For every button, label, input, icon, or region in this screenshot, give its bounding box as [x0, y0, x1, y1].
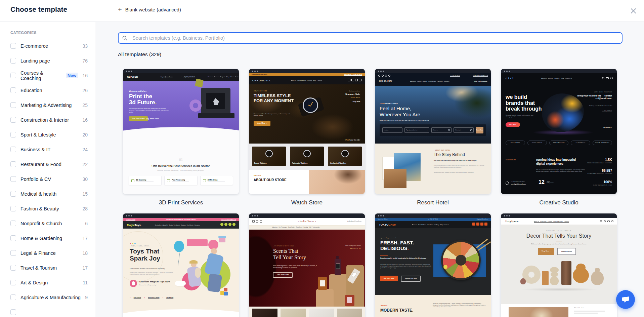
text-caret	[130, 35, 130, 41]
template-card-resort-hotel[interactable]: +1 (234) 567 89 00 ISLADIMARE@EMAIL.COM …	[375, 69, 491, 194]
category-tile: Mechanical Watches	[328, 147, 362, 166]
calendar-icon	[470, 129, 472, 131]
sidebar-item-agriculture[interactable]: Agriculture & Manufacturing9	[10, 294, 88, 300]
facebook-icon	[600, 220, 602, 222]
balloon	[174, 241, 184, 252]
checkbox[interactable]	[10, 58, 16, 64]
featured-items-button: Featured Items	[557, 248, 576, 255]
plus-icon: +	[118, 6, 122, 13]
checkin-field: Check in	[431, 127, 452, 133]
round-vase	[591, 271, 604, 285]
checkbox[interactable]	[10, 309, 16, 315]
template-title: Resort Hotel	[375, 194, 491, 213]
sidebar-item-art-design[interactable]: Art & Design11	[10, 280, 88, 285]
checkbox[interactable]	[10, 280, 16, 285]
templates-panel: Search templates (e.g. Business, Portfol…	[96, 22, 644, 317]
checkbox[interactable]	[10, 265, 16, 271]
template-card-watch-store[interactable]: FREE SHIPPING FROM $20 NEED HELP: +1 (23…	[249, 69, 365, 194]
sidebar-item-nonprofit[interactable]: Nonprofit & Church6	[10, 221, 88, 226]
categories-sidebar: CATEGORIES E-commerce33 Landing page76 C…	[0, 22, 95, 317]
sidebar-item-portfolio[interactable]: Portfolio & CV30	[10, 176, 88, 182]
learn-more-button: Learn More →	[254, 121, 270, 126]
checkbox[interactable]	[10, 147, 16, 152]
browser-bar	[249, 69, 365, 73]
blank-website-button[interactable]: + Blank website (advanced)	[118, 7, 181, 13]
wood-cylinder	[561, 261, 571, 285]
checkbox[interactable]	[10, 43, 16, 49]
checkbox[interactable]	[10, 117, 16, 123]
template-card-jardin-obscur[interactable]: - Jardin Obscur - jardinobscur@email.com…	[249, 213, 365, 317]
torus-shape	[189, 100, 202, 112]
sidebar-item-landing-page[interactable]: Landing page76	[10, 58, 88, 64]
globe-icon	[506, 182, 509, 185]
sidebar-item-fashion[interactable]: Fashion & Beauty28	[10, 206, 88, 211]
sidebar-item-courses-coaching[interactable]: Courses & CoachingNew16	[10, 73, 88, 78]
sidebar-item-sport[interactable]: Sport & Lifestyle20	[10, 132, 88, 137]
checkbox[interactable]	[10, 87, 16, 93]
shop-now-button: Shop Now →	[538, 248, 554, 255]
checkbox[interactable]	[10, 221, 16, 226]
checkbox[interactable]	[10, 102, 16, 108]
checkbox[interactable]	[10, 191, 16, 197]
facebook-icon	[348, 79, 350, 81]
chat-bubble-icon	[621, 295, 630, 304]
template-card-cozyspace[interactable]: CozySpace About us Inspiration Catalog N…	[501, 213, 617, 317]
sidebar-item-medical[interactable]: Medical & health15	[10, 191, 88, 197]
youtube-icon	[606, 77, 609, 79]
lemon-slice	[443, 265, 447, 269]
youtube-icon	[480, 223, 483, 226]
sidebar-item-restaurant[interactable]: Restaurant & Food22	[10, 161, 88, 167]
checkbox[interactable]	[10, 206, 16, 211]
pill-tag: DIGITAL MARKETING	[593, 141, 612, 145]
chat-widget-button[interactable]	[616, 290, 635, 309]
twitter-icon	[359, 79, 361, 81]
blank-website-label: Blank website (advanced)	[125, 7, 181, 12]
sidebar-item-marketing[interactable]: Marketing & Advertising25	[10, 102, 88, 108]
checkbox[interactable]	[10, 250, 16, 256]
post-processing-icon	[167, 179, 170, 182]
checkbox[interactable]	[10, 176, 16, 182]
checkbox[interactable]	[10, 294, 16, 300]
twitter-icon	[611, 220, 613, 222]
cube-shape	[195, 79, 203, 87]
template-card-tokyodash[interactable]: Open 8 am - 10 pm +1 (234) 567 89 00 tok…	[375, 213, 491, 317]
instagram-icon	[351, 79, 354, 81]
instagram-icon	[385, 75, 387, 77]
close-button[interactable]	[629, 6, 638, 15]
cloud	[175, 281, 186, 286]
results-heading: All templates (329)	[118, 51, 161, 57]
sidebar-item-partial[interactable]	[10, 309, 88, 315]
checkbox[interactable]	[10, 161, 16, 167]
category-tile: Quartz Watches	[252, 147, 286, 166]
template-card-magictoys[interactable]: +1 (234) 567 89 00 SHOWROOM: 3254 EGREMO…	[123, 213, 239, 317]
template-title: 3D Print Services	[123, 194, 239, 213]
vase-shadow	[521, 288, 598, 291]
calendar-icon	[448, 129, 450, 131]
product-thumb	[281, 309, 306, 317]
sidebar-item-travel[interactable]: Travel & Tourism17	[10, 265, 88, 271]
sidebar-item-home-gardening[interactable]: Home & Gardening17	[10, 235, 88, 241]
sidebar-item-business-it[interactable]: Business & IT24	[10, 147, 88, 152]
category-tile: Automatic Watches	[290, 147, 324, 166]
play-icon: ▶	[146, 118, 149, 120]
twitter-icon	[382, 75, 384, 77]
sidebar-item-construction[interactable]: Construction & Interior16	[10, 117, 88, 123]
checkbox[interactable]	[10, 73, 16, 78]
small-glossy-vase	[520, 278, 526, 284]
checkbox[interactable]	[10, 132, 16, 137]
search-input[interactable]: Search templates (e.g. Business, Portfol…	[118, 32, 622, 44]
template-card-creative-studio[interactable]: ctrl About us Services Projects Team Con…	[501, 69, 617, 194]
checkbox[interactable]	[10, 235, 16, 241]
hero-wave	[123, 127, 239, 136]
sidebar-item-ecommerce[interactable]: E-commerce33	[10, 43, 88, 49]
product-thumb	[337, 309, 362, 317]
find-your-scent-button: Find Your Scent	[273, 272, 293, 278]
chevron-down-icon: ⌄	[427, 129, 428, 131]
roll-into-flavor-button: Roll Into Flavor	[380, 276, 398, 281]
sidebar-item-education[interactable]: Education26	[10, 87, 88, 93]
template-card-3d-print-services[interactable]: Curve3D 3d.print@email.com ● +1 (234) 56…	[123, 69, 239, 194]
twitter-icon	[484, 223, 487, 226]
sidebar-item-legal[interactable]: Legal & Finance18	[10, 250, 88, 256]
instagram-icon	[224, 223, 227, 226]
twitter-icon	[610, 77, 613, 79]
